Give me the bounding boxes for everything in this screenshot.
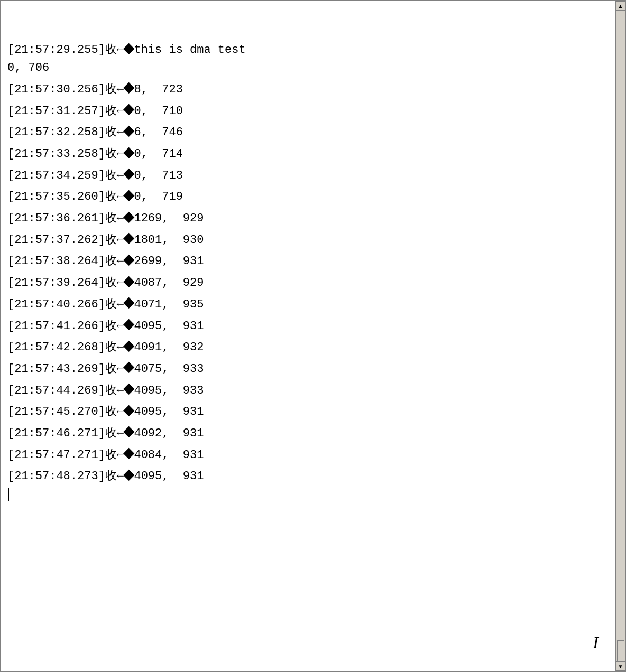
log-line: ​ (7, 486, 609, 489)
diamond-icon (123, 211, 135, 223)
log-line: ​ (7, 378, 609, 382)
diamond-icon (123, 470, 135, 481)
log-line: ​ (7, 271, 609, 275)
log-line: [21:57:37.262]收←1801, 930 (7, 231, 609, 249)
diamond-icon (123, 82, 135, 94)
log-line: [21:57:42.268]收←4091, 932 (7, 339, 609, 357)
terminal-window: [21:57:29.255]收←this is dma test0, 706​[… (0, 0, 626, 672)
diamond-icon (123, 190, 135, 202)
scrollbar-up-arrow[interactable]: ▲ (616, 1, 625, 11)
scrollbar-thumb[interactable] (617, 640, 624, 661)
diamond-icon (123, 297, 135, 309)
scrollbar-track[interactable] (616, 11, 625, 661)
diamond-icon (123, 126, 135, 137)
diamond-icon (123, 169, 135, 180)
input-cursor (8, 488, 9, 501)
diamond-icon (123, 448, 135, 460)
log-line: [21:57:46.271]收←4092, 931 (7, 425, 609, 443)
diamond-icon (123, 319, 135, 331)
log-line: [21:57:43.269]收←4075, 933 (7, 360, 609, 378)
log-line: [21:57:29.255]收←this is dma test (7, 41, 609, 59)
diamond-icon (123, 255, 135, 266)
diamond-icon (123, 341, 135, 352)
log-line: ​ (7, 335, 609, 339)
log-line: 0, 706 (7, 59, 609, 77)
log-line: ​ (7, 314, 609, 318)
log-line: [21:57:36.261]收←1269, 929 (7, 210, 609, 228)
log-line: ​ (7, 120, 609, 124)
log-line: ​ (7, 185, 609, 189)
log-line: [21:57:40.266]收←4071, 935 (7, 296, 609, 314)
log-line: [21:57:33.258]收←0, 714 (7, 145, 609, 163)
log-line: [21:57:45.270]收←4095, 931 (7, 403, 609, 421)
text-cursor-icon: I (593, 633, 599, 652)
diamond-icon (123, 276, 135, 287)
diamond-icon (123, 405, 135, 417)
log-line: ​ (7, 77, 609, 81)
log-line: ​ (7, 99, 609, 102)
log-line: ​ (7, 464, 609, 468)
log-line: [21:57:41.266]收←4095, 931 (7, 318, 609, 335)
log-line: [21:57:30.256]收←8, 723 (7, 81, 609, 99)
log-line: ​ (7, 443, 609, 446)
log-line: [21:57:44.269]收←4095, 933 (7, 382, 609, 400)
scrollbar: ▲ ▼ (615, 1, 625, 671)
log-line: [21:57:38.264]收←2699, 931 (7, 253, 609, 270)
log-line: [21:57:35.260]收←0, 719 (7, 188, 609, 206)
log-line: ​ (7, 400, 609, 404)
log-line: ​ (7, 249, 609, 253)
log-line: ​ (7, 163, 609, 167)
log-line: ​ (7, 207, 609, 210)
diamond-icon (123, 233, 135, 245)
diamond-icon (123, 104, 135, 116)
diamond-icon (123, 384, 135, 395)
diamond-icon (123, 43, 135, 54)
terminal-content[interactable]: [21:57:29.255]收←this is dma test0, 706​[… (1, 1, 615, 671)
scrollbar-down-arrow[interactable]: ▼ (616, 661, 625, 671)
log-line: ​ (7, 142, 609, 145)
log-line: [21:57:34.259]收←0, 713 (7, 167, 609, 185)
log-line: ​ (7, 421, 609, 425)
diamond-icon (123, 362, 135, 374)
log-line: [21:57:39.264]收←4087, 929 (7, 274, 609, 292)
log-line: [21:57:32.258]收←6, 746 (7, 124, 609, 142)
diamond-icon (123, 426, 135, 438)
log-line: ​ (7, 292, 609, 296)
log-line: ​ (7, 357, 609, 360)
log-line: [21:57:31.257]收←0, 710 (7, 102, 609, 120)
log-line: [21:57:47.271]收←4084, 931 (7, 446, 609, 464)
log-line: [21:57:48.273]收←4095, 931 (7, 468, 609, 486)
diamond-icon (123, 147, 135, 158)
log-line: ​ (7, 228, 609, 231)
